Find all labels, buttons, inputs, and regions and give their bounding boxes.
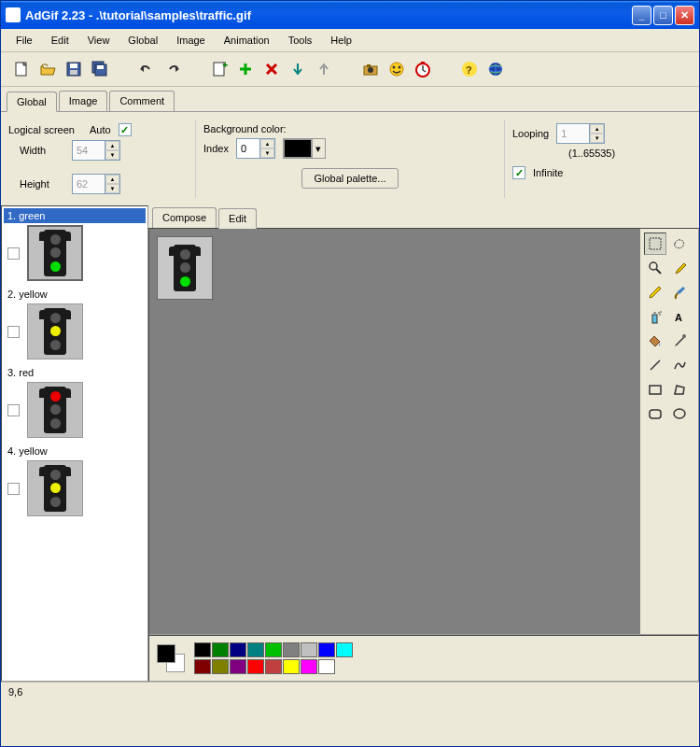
spray-icon[interactable] <box>644 305 666 328</box>
save-all-icon[interactable] <box>89 58 111 80</box>
help-icon[interactable]: ? <box>458 58 481 80</box>
color-swatch[interactable] <box>318 642 335 657</box>
menu-tools[interactable]: Tools <box>281 33 320 48</box>
frame-checkbox[interactable] <box>7 247 20 260</box>
tab-edit[interactable]: Edit <box>218 208 257 229</box>
camera-icon[interactable] <box>359 58 382 80</box>
spinner-down-icon[interactable]: ▼ <box>260 148 274 158</box>
color-swatch[interactable] <box>283 642 300 657</box>
frame-item[interactable]: 1. green <box>2 206 147 285</box>
close-button[interactable]: ✕ <box>675 6 694 25</box>
canvas-preview[interactable] <box>157 236 213 300</box>
spinner-up-icon[interactable]: ▲ <box>105 175 119 184</box>
color-swatch[interactable] <box>265 659 282 674</box>
brush-icon[interactable] <box>668 257 691 279</box>
text-icon[interactable]: A <box>668 305 691 328</box>
color-swatch[interactable] <box>247 659 264 674</box>
preview-icon[interactable] <box>385 58 408 80</box>
curve-icon[interactable] <box>668 354 691 376</box>
eyedropper-icon[interactable] <box>668 330 691 352</box>
move-down-icon[interactable] <box>287 58 309 80</box>
color-swatch[interactable] <box>212 659 229 674</box>
tab-comment[interactable]: Comment <box>109 91 175 111</box>
minimize-button[interactable]: _ <box>632 6 651 25</box>
tab-global[interactable]: Global <box>7 92 57 112</box>
looping-input[interactable] <box>557 125 589 142</box>
color-swatch[interactable] <box>283 659 300 674</box>
frame-thumbnail[interactable] <box>27 460 83 516</box>
fg-bg-swatches[interactable] <box>157 644 185 672</box>
color-swatch[interactable] <box>301 642 317 657</box>
color-swatch[interactable] <box>212 642 229 657</box>
zoom-icon[interactable] <box>644 257 666 279</box>
infinite-checkbox[interactable]: ✓ <box>512 166 525 179</box>
timing-icon[interactable] <box>412 58 434 80</box>
pencil-icon[interactable] <box>644 281 666 303</box>
index-input[interactable] <box>237 140 259 157</box>
menu-animation[interactable]: Animation <box>217 33 277 48</box>
fill-icon[interactable] <box>644 330 666 352</box>
auto-checkbox[interactable]: ✓ <box>119 123 132 136</box>
width-spinner[interactable]: ▲▼ <box>72 140 120 161</box>
frame-thumbnail[interactable] <box>27 382 83 438</box>
menu-file[interactable]: File <box>8 33 40 48</box>
height-input[interactable] <box>73 176 105 192</box>
ellipse-icon[interactable] <box>668 402 691 425</box>
frame-thumbnail[interactable] <box>27 303 83 359</box>
spinner-down-icon[interactable]: ▼ <box>590 134 604 143</box>
color-swatch[interactable] <box>230 642 246 657</box>
spinner-down-icon[interactable]: ▼ <box>105 184 119 193</box>
delete-icon[interactable] <box>260 58 283 80</box>
color-swatch[interactable] <box>194 659 211 674</box>
tab-compose[interactable]: Compose <box>152 207 217 228</box>
frame-item[interactable]: 4. yellow <box>2 442 147 520</box>
save-icon[interactable] <box>63 58 85 80</box>
menu-image[interactable]: Image <box>169 33 213 48</box>
redo-icon[interactable] <box>161 58 184 80</box>
color-swatch[interactable] <box>318 659 335 674</box>
frame-thumbnail[interactable] <box>27 225 83 281</box>
spinner-up-icon[interactable]: ▲ <box>105 141 119 150</box>
color-swatch[interactable] <box>301 659 317 674</box>
spinner-up-icon[interactable]: ▲ <box>260 139 274 148</box>
menu-view[interactable]: View <box>80 33 118 48</box>
index-spinner[interactable]: ▲▼ <box>236 138 275 159</box>
select-free-icon[interactable] <box>668 233 691 255</box>
color-swatch[interactable] <box>265 642 282 657</box>
color-swatch[interactable] <box>336 642 353 657</box>
rect-icon[interactable] <box>644 378 666 401</box>
menu-help[interactable]: Help <box>323 33 359 48</box>
new-frame-icon[interactable]: + <box>208 58 231 80</box>
frame-item[interactable]: 2. yellow <box>2 285 147 363</box>
width-input[interactable] <box>73 142 105 159</box>
move-up-icon[interactable] <box>313 58 335 80</box>
color-swatch[interactable] <box>230 659 246 674</box>
canvas[interactable] <box>149 229 640 634</box>
paintbrush-icon[interactable] <box>668 281 691 303</box>
maximize-button[interactable]: □ <box>653 6 673 25</box>
color-swatch[interactable] <box>194 642 211 657</box>
open-icon[interactable] <box>36 58 59 80</box>
select-rect-icon[interactable] <box>644 233 666 255</box>
menu-global[interactable]: Global <box>120 33 165 48</box>
spinner-down-icon[interactable]: ▼ <box>105 150 119 160</box>
spinner-up-icon[interactable]: ▲ <box>590 124 604 134</box>
looping-spinner[interactable]: ▲▼ <box>556 123 605 144</box>
bg-color-swatch[interactable] <box>284 139 312 158</box>
height-spinner[interactable]: ▲▼ <box>72 174 120 194</box>
polygon-icon[interactable] <box>668 378 691 401</box>
frame-item[interactable]: 3. red <box>2 363 147 442</box>
line-icon[interactable] <box>644 354 666 376</box>
frames-list[interactable]: 1. green2. yellow3. red4. yellow <box>1 205 148 682</box>
global-palette-button[interactable]: Global palette... <box>301 168 398 189</box>
add-icon[interactable] <box>234 58 257 80</box>
frame-checkbox[interactable] <box>7 326 20 338</box>
color-dropdown-icon[interactable]: ▾ <box>312 139 325 158</box>
undo-icon[interactable] <box>135 58 158 80</box>
frame-checkbox[interactable] <box>7 404 20 416</box>
frame-checkbox[interactable] <box>7 483 20 495</box>
foreground-swatch[interactable] <box>157 644 175 663</box>
rounded-rect-icon[interactable] <box>644 402 666 425</box>
tab-image[interactable]: Image <box>59 91 108 111</box>
color-swatch[interactable] <box>247 642 264 657</box>
